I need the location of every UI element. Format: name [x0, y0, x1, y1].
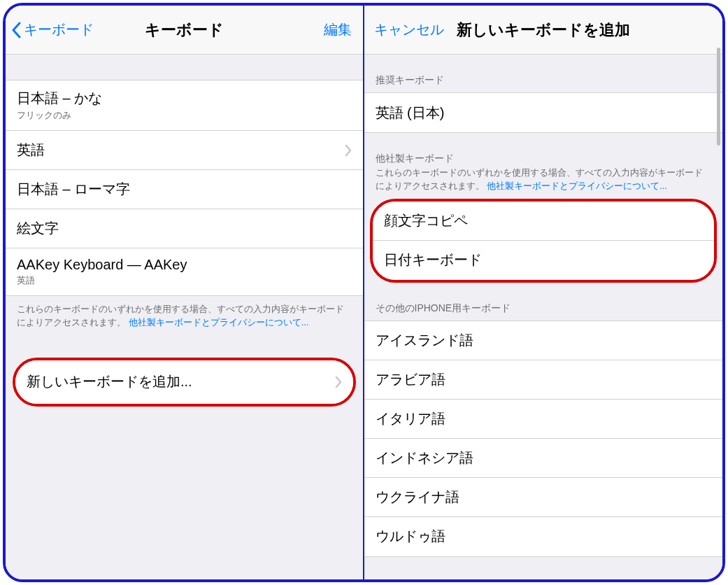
- keyboard-option[interactable]: ウルドゥ語: [364, 517, 723, 556]
- add-keyboard-screen: キャンセル 新しいキーボードを追加 推奨キーボード 英語 (日本) 他社製キーボ…: [364, 6, 723, 579]
- nav-bar: キーボード キーボード 編集: [6, 6, 363, 55]
- keyboard-option[interactable]: 英語 (日本): [364, 93, 723, 132]
- keyboard-option[interactable]: インドネシア語: [364, 439, 723, 478]
- privacy-link[interactable]: 他社製キーボードとプライバシーについて...: [129, 317, 309, 327]
- nav-bar: キャンセル 新しいキーボードを追加: [364, 6, 723, 55]
- keyboard-option[interactable]: アイスランド語: [364, 321, 723, 360]
- other-header: その他のIPHONE用キーボード: [364, 283, 723, 320]
- option-label: アイスランド語: [376, 331, 473, 350]
- add-keyboard-label: 新しいキーボードを追加...: [27, 372, 192, 391]
- keyboard-option[interactable]: アラビア語: [364, 360, 723, 400]
- option-label: ウクライナ語: [376, 488, 459, 507]
- back-button[interactable]: キーボード: [11, 20, 94, 39]
- keyboard-row[interactable]: AAKey Keyboard — AAKey 英語: [6, 248, 363, 295]
- page-title: 新しいキーボードを追加: [457, 20, 630, 41]
- chevron-right-icon: [335, 376, 342, 388]
- third-party-highlight: 顔文字コピペ 日付キーボード: [370, 199, 718, 283]
- keyboard-option[interactable]: イタリア語: [364, 400, 723, 439]
- keyboard-row[interactable]: 絵文字: [6, 209, 363, 248]
- keyboard-sublabel: 英語: [17, 274, 187, 287]
- option-label: 英語 (日本): [376, 104, 445, 122]
- option-label: ウルドゥ語: [376, 527, 445, 546]
- privacy-link[interactable]: 他社製キーボードとプライバシーについて...: [487, 181, 667, 191]
- tutorial-frame: キーボード キーボード 編集 日本語 – かな フリックのみ 英語 日本語 – …: [3, 3, 725, 582]
- recommended-list: 英語 (日本): [364, 92, 723, 133]
- keyboard-sublabel: フリックのみ: [17, 109, 102, 122]
- other-keyboards-list: アイスランド語 アラビア語 イタリア語 インドネシア語 ウクライナ語 ウルドゥ語: [364, 320, 723, 557]
- cancel-button[interactable]: キャンセル: [374, 20, 444, 39]
- option-label: インドネシア語: [376, 449, 473, 467]
- third-party-note: これらのキーボードのいずれかを使用する場合、すべての入力内容がキーボードによりア…: [364, 167, 723, 202]
- chevron-left-icon: [11, 22, 21, 38]
- keyboard-option[interactable]: ウクライナ語: [364, 478, 723, 517]
- keyboard-option[interactable]: 顔文字コピペ: [373, 202, 715, 241]
- keyboard-row[interactable]: 英語: [6, 131, 363, 170]
- third-party-header: 他社製キーボード: [364, 133, 723, 167]
- third-party-note: これらのキーボードのいずれかを使用する場合、すべての入力内容がキーボードによりア…: [6, 296, 363, 338]
- edit-button[interactable]: 編集: [324, 20, 352, 39]
- installed-keyboards-list: 日本語 – かな フリックのみ 英語 日本語 – ローマ字 絵文字 AAKey …: [6, 80, 363, 296]
- option-label: 顔文字コピペ: [384, 211, 468, 230]
- page-title: キーボード: [145, 20, 224, 41]
- option-label: 日付キーボード: [384, 251, 482, 269]
- keyboard-label: 日本語 – かな: [17, 89, 102, 108]
- third-party-list: 顔文字コピペ 日付キーボード: [373, 202, 715, 280]
- keyboard-option[interactable]: 日付キーボード: [373, 241, 715, 280]
- add-keyboard-highlight: 新しいキーボードを追加...: [13, 358, 356, 407]
- option-label: イタリア語: [376, 409, 445, 428]
- keyboard-label: 日本語 – ローマ字: [17, 180, 130, 199]
- option-label: アラビア語: [376, 370, 445, 389]
- back-label: キーボード: [24, 20, 94, 39]
- add-new-keyboard-button[interactable]: 新しいキーボードを追加...: [15, 360, 353, 404]
- chevron-right-icon: [345, 144, 352, 157]
- keyboard-label: AAKey Keyboard — AAKey: [17, 257, 187, 273]
- keyboard-row[interactable]: 日本語 – ローマ字: [6, 170, 363, 209]
- keyboard-row[interactable]: 日本語 – かな フリックのみ: [6, 80, 363, 131]
- keyboard-list-screen: キーボード キーボード 編集 日本語 – かな フリックのみ 英語 日本語 – …: [6, 6, 364, 579]
- keyboard-label: 英語: [17, 141, 45, 160]
- recommended-header: 推奨キーボード: [364, 55, 723, 92]
- keyboard-label: 絵文字: [17, 219, 59, 238]
